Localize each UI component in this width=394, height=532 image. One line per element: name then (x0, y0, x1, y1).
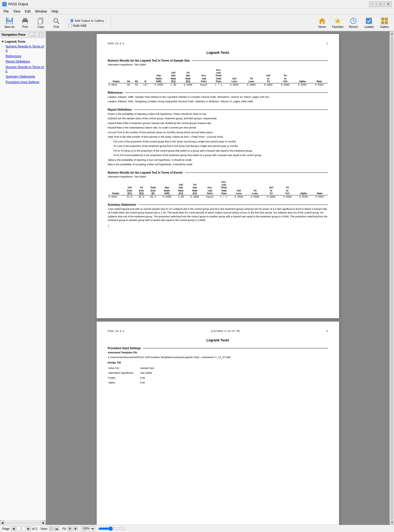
loaded-button[interactable]: Loaded (362, 16, 376, 30)
page-prev-button[interactable]: ◀ (11, 526, 16, 531)
save-as-button[interactable]: Save As (2, 16, 17, 30)
minimize-button[interactable]: − (369, 1, 376, 7)
scroll-up-button[interactable]: ▲ (390, 31, 394, 36)
menu-edit[interactable]: Edit (23, 9, 33, 14)
save-icon (6, 17, 13, 25)
section-procedure-input: Procedure Input Settings (108, 347, 328, 350)
page-1-title: Logrank Tests (108, 51, 328, 55)
design-row-power: Power: 0.90 (108, 376, 154, 380)
menu-file[interactable]: File (1, 9, 11, 14)
th-ctrl-loss: CtrlLoss (226, 68, 243, 83)
design-tab-section: Design Tab Solve For: Sample Size Altern… (108, 361, 328, 386)
copy-button[interactable]: Copy (33, 16, 48, 30)
nav-item-numeric-events[interactable]: Numeric Results in Terms of E (0, 64, 46, 74)
nav-item-numeric-sample[interactable]: Numeric Results in Terms of S (0, 44, 46, 54)
nav-pane-pin-button[interactable]: ⎯ (30, 32, 34, 37)
th-e-patn: Acc-rualPat'n (203, 180, 217, 195)
nav-root-label: Logrank Tests (5, 40, 25, 43)
nav-item-references[interactable]: References (0, 54, 46, 59)
def-10: Trt to Ctrl (noncompliance) is the propo… (108, 154, 328, 157)
fit-width-button[interactable]: ✥ (68, 526, 72, 531)
page-2-header-left: PASS 16.0.1 (108, 330, 124, 333)
def-1: Power is the probability of rejecting a … (108, 112, 328, 116)
nav-scroll-left[interactable]: ◀ (0, 521, 4, 525)
print-icon (21, 17, 29, 25)
design-tab-label: Design Tab (108, 361, 121, 364)
nav-pane-close-button[interactable]: « (40, 32, 44, 37)
toolbar-add-section: + Add Output to Gallery Auto Add (68, 18, 106, 28)
alpha-label: Alpha: (108, 381, 140, 385)
design-row-solve: Solve For: Sample Size (108, 366, 154, 371)
th-alpha: Alpha (294, 68, 311, 83)
recent-button[interactable]: Recent (346, 16, 361, 30)
auto-add-checkbox[interactable] (68, 24, 72, 27)
nav-root-logrank[interactable]: ▼ Logrank Tests (0, 39, 46, 44)
summary-block: A two-sided logrank test with an overall… (108, 207, 328, 222)
scroll-thumb[interactable] (390, 36, 393, 520)
def-12: Beta is the probability of accepting a f… (108, 163, 328, 167)
nav-expand-icon: ▼ (1, 40, 4, 43)
app-title: PASS Output (8, 2, 28, 6)
th-ctrl-trt: CtrltoTrt (260, 68, 277, 83)
page-input[interactable] (17, 526, 25, 531)
home-icon (318, 17, 326, 25)
content-area[interactable]: PASS 16.0.1 1 Logrank Tests Numeric Resu… (46, 31, 390, 525)
favorites-button[interactable]: Favorites (330, 16, 345, 30)
template-file: C:\Users\User\Documents\PASS 16\Procedur… (108, 356, 328, 359)
vertical-scrollbar[interactable]: ▲ ▼ (390, 31, 394, 525)
maximize-button[interactable]: □ (377, 1, 384, 7)
th-trt-ctrl: TrttoCtrl (277, 68, 294, 83)
view-fit-button[interactable]: ▬ (55, 526, 59, 531)
nav-item-procedure-input[interactable]: Procedure Input Settings (0, 79, 46, 85)
home-button[interactable]: Home (315, 16, 329, 30)
save-as-label: Save As (4, 25, 15, 28)
autosaved-section: Autosaved Template File C:\Users\User\Do… (108, 351, 328, 359)
nav-pane-controls: ⎯ − « (30, 32, 44, 37)
page-2: PASS 16.0.1 6/6/2018 5:13:37 PM 2 Logran… (97, 322, 339, 525)
recent-label: Recent (349, 25, 358, 28)
loaded-label: Loaded (364, 25, 373, 28)
title-bar: PASS Output − □ ✕ (0, 0, 394, 8)
status-bar: Page: ◀ ▶ of 2 View: □ ▬ Fit: ✥ ✤ 100% 7… (0, 525, 394, 532)
nav-hscroll[interactable]: ◀ ▶ (0, 520, 46, 525)
page-1-header: PASS 16.0.1 1 (108, 42, 328, 45)
add-output-button[interactable]: + Add Output to Gallery (68, 18, 106, 23)
th-e1: CtrlEvts(E1) (124, 180, 136, 195)
svg-point-7 (26, 20, 28, 21)
def-11: Alpha is the probability of rejecting a … (108, 158, 328, 162)
design-settings-table: Solve For: Sample Size Alternative Hypot… (108, 366, 155, 386)
menu-window[interactable]: Window (33, 9, 49, 14)
nav-item-summary[interactable]: Summary Statements (0, 74, 46, 79)
th-e: TotalEvts(E) (147, 180, 159, 195)
fit-page-button[interactable]: ✤ (73, 526, 78, 531)
toolbar-separator-2 (111, 17, 111, 29)
section-numeric-events: Numeric Results for the Logrank Test in … (108, 171, 328, 174)
gallery-button[interactable]: Gallery (377, 16, 392, 30)
favorites-icon (334, 17, 342, 25)
svg-rect-2 (8, 18, 9, 20)
section-numeric-sample-size: Numeric Results for the Logrank Test in … (108, 59, 328, 62)
zoom-slider[interactable] (98, 526, 126, 531)
page-next-button[interactable]: ▶ (26, 526, 31, 531)
find-button[interactable]: Find (49, 16, 64, 30)
menu-view[interactable]: View (11, 9, 23, 14)
nav-item-report-defs[interactable]: Report Definitions (0, 59, 46, 64)
th-e-h1: CtrlHazRate(h1) (175, 180, 187, 195)
print-button[interactable]: Print (18, 16, 32, 30)
close-button[interactable]: ✕ (385, 1, 392, 7)
power-label: Power: (108, 376, 140, 380)
page-1-header-left: PASS 16.0.1 (108, 42, 124, 45)
view-normal-button[interactable]: □ (49, 526, 53, 531)
zoom-select[interactable]: 100% 75% 125% 150% (81, 526, 95, 531)
th-n: N (140, 68, 150, 83)
design-row-alpha: Alpha: 0.05 (108, 381, 154, 385)
th-e2: TrtEvts(E2) (135, 180, 147, 195)
th-e-h2: TrtHazRate(h2) (187, 180, 203, 195)
scroll-down-button[interactable]: ▼ (390, 520, 394, 525)
th-hr: HazRatio(HR) (150, 68, 167, 83)
menu-help[interactable]: Help (49, 9, 61, 14)
nav-scroll-right[interactable]: ▶ (41, 521, 46, 525)
ref-2: Lakatos, Edward. 2002. 'Designing Comple… (108, 100, 328, 104)
th-e-alpha: Alpha (295, 180, 312, 195)
nav-pane-minimize-button[interactable]: − (35, 32, 39, 37)
